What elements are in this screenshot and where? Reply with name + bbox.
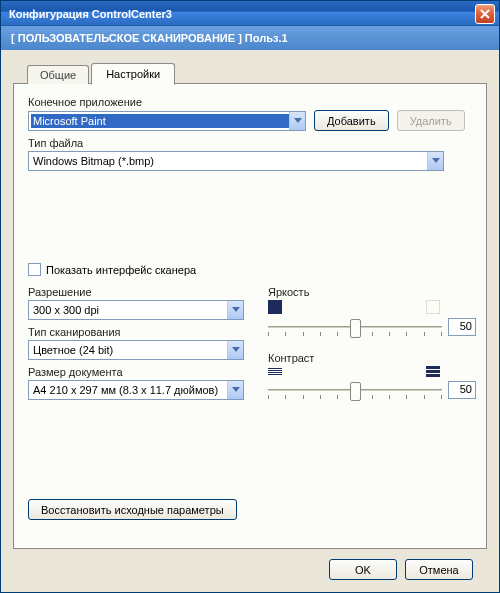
file-type-value: Windows Bitmap (*.bmp) [33, 155, 427, 167]
label-target-app: Конечное приложение [28, 96, 472, 108]
resolution-value: 300 x 300 dpi [33, 304, 227, 316]
add-button[interactable]: Добавить [314, 110, 389, 131]
content-area: Общие Настройки Конечное приложение Micr… [1, 50, 499, 592]
contrast-value[interactable]: 50 [448, 381, 476, 399]
contrast-low-icon [268, 368, 282, 375]
brightness-slider[interactable]: 50 [268, 316, 472, 340]
label-doc-size: Размер документа [28, 366, 246, 378]
scan-type-select[interactable]: Цветное (24 bit) [28, 340, 244, 360]
tab-panel-settings: Конечное приложение Microsoft Paint Доба… [13, 83, 487, 549]
chevron-down-icon [227, 341, 243, 359]
dialog-window: Конфигурация ControlCenter3 [ ПОЛЬЗОВАТЕ… [0, 0, 500, 593]
brightness-dark-icon [268, 300, 282, 314]
resolution-select[interactable]: 300 x 300 dpi [28, 300, 244, 320]
close-button[interactable] [475, 4, 495, 24]
doc-size-value: A4 210 x 297 мм (8.3 x 11.7 дюймов) [33, 384, 227, 396]
scan-type-value: Цветное (24 bit) [33, 344, 227, 356]
titlebar: Конфигурация ControlCenter3 [1, 1, 499, 26]
contrast-slider[interactable]: 50 [268, 379, 472, 403]
label-contrast: Контраст [268, 352, 472, 364]
contrast-high-icon [426, 366, 440, 377]
brightness-value[interactable]: 50 [448, 318, 476, 336]
target-app-select[interactable]: Microsoft Paint [28, 111, 306, 131]
label-scan-type: Тип сканирования [28, 326, 246, 338]
chevron-down-icon [427, 152, 443, 170]
label-show-interface: Показать интерфейс сканера [46, 264, 196, 276]
label-resolution: Разрешение [28, 286, 246, 298]
chevron-down-icon [227, 381, 243, 399]
ok-button[interactable]: OK [329, 559, 397, 580]
brightness-light-icon [426, 300, 440, 314]
tab-settings[interactable]: Настройки [91, 63, 175, 85]
tab-general[interactable]: Общие [27, 65, 89, 84]
label-brightness: Яркость [268, 286, 472, 298]
remove-button: Удалить [397, 110, 465, 131]
restore-defaults-button[interactable]: Восстановить исходные параметры [28, 499, 237, 520]
chevron-down-icon [227, 301, 243, 319]
label-file-type: Тип файла [28, 137, 472, 149]
show-interface-checkbox[interactable] [28, 263, 41, 276]
chevron-down-icon [289, 112, 305, 130]
sub-header: [ ПОЛЬЗОВАТЕЛЬСКОЕ СКАНИРОВАНИЕ ] Польз.… [1, 26, 499, 50]
file-type-select[interactable]: Windows Bitmap (*.bmp) [28, 151, 444, 171]
doc-size-select[interactable]: A4 210 x 297 мм (8.3 x 11.7 дюймов) [28, 380, 244, 400]
target-app-value: Microsoft Paint [31, 114, 289, 128]
window-title: Конфигурация ControlCenter3 [9, 8, 475, 20]
dialog-footer: OK Отмена [13, 549, 487, 592]
tab-row: Общие Настройки [13, 62, 487, 84]
cancel-button[interactable]: Отмена [405, 559, 473, 580]
